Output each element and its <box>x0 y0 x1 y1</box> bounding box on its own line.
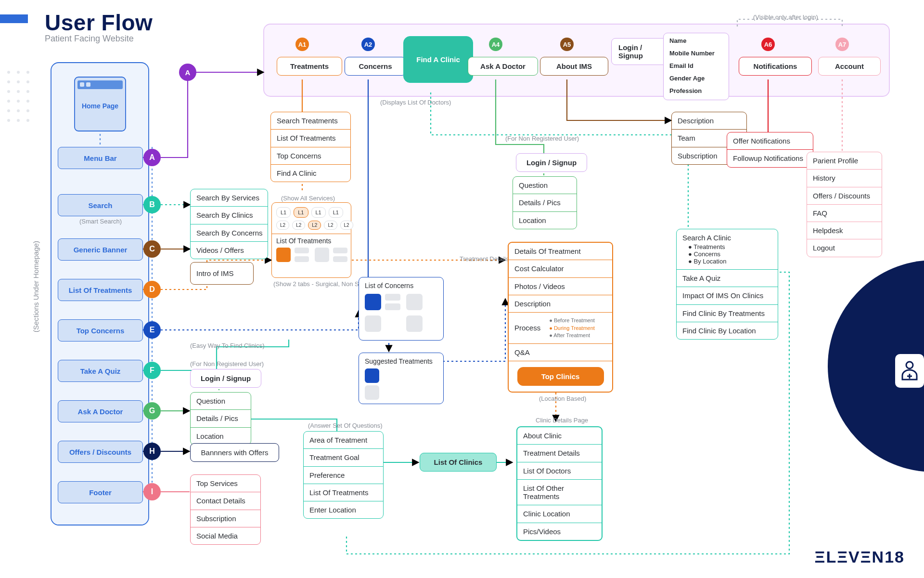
td-cost[interactable]: Cost Calculator <box>509 260 612 277</box>
services-thumb-active <box>276 248 291 262</box>
hp-item-top-concerns[interactable]: Top Concerns <box>58 319 143 342</box>
acct-history[interactable]: History <box>807 169 882 186</box>
q-list[interactable]: List Of Treatments <box>304 484 383 501</box>
search-by-box: Search By Services Search By Clinics Sea… <box>190 189 268 259</box>
top-menu-notifications[interactable]: Notifications <box>739 57 812 76</box>
ask-item-question-top[interactable]: Question <box>513 177 577 194</box>
cd-location[interactable]: Clinic Location <box>517 505 602 522</box>
q-location[interactable]: Enter Location <box>304 501 383 518</box>
acct-offers[interactable]: Offers / Discounts <box>807 187 882 204</box>
acct-helpdesk[interactable]: Helpdesk <box>807 222 882 239</box>
acct-profile[interactable]: Parient Profile <box>807 152 882 169</box>
footer-top-services[interactable]: Top Services <box>191 475 260 492</box>
q-goal[interactable]: Treatment Goal <box>304 448 383 466</box>
hp-item-menu-bar[interactable]: Menu Bar <box>58 147 143 169</box>
hp-item-list-treatments[interactable]: List Of Treatments <box>58 279 143 301</box>
svg-point-44 <box>26 119 29 122</box>
svg-rect-0 <box>0 14 28 23</box>
footer-social[interactable]: Social Media <box>191 527 260 544</box>
acct-logout[interactable]: Logout <box>807 239 882 256</box>
top-menu-account[interactable]: Account <box>818 57 881 76</box>
hp-item-offers[interactable]: Offers / Discounts <box>58 441 143 463</box>
svg-point-41 <box>26 109 29 112</box>
svg-point-9 <box>179 64 196 81</box>
footer-contact[interactable]: Contact Details <box>191 492 260 509</box>
svg-rect-5 <box>80 82 84 87</box>
hp-item-ask-doctor[interactable]: Ask A Doctor <box>58 400 143 422</box>
sac-bullets: ● Treatments ● Concerns ● By Location <box>677 244 778 269</box>
ask-item-location-top[interactable]: Location <box>513 211 577 229</box>
td-desc[interactable]: Description <box>509 295 612 312</box>
login-signup-small-a4[interactable]: Login / Signup <box>516 153 587 172</box>
ask-item-details-top[interactable]: Details / Pics <box>513 194 577 211</box>
patient-icon-badge[interactable] <box>895 354 924 388</box>
svg-text:A: A <box>185 68 191 77</box>
svg-point-46 <box>906 362 913 368</box>
questions-panel: Area of Treatment Treatment Goal Prefere… <box>303 431 384 519</box>
services-skel-2 <box>295 256 309 262</box>
svg-point-29 <box>26 71 29 74</box>
cd-pics[interactable]: Pics/Videos <box>517 523 602 540</box>
td-details[interactable]: Details Of Treatment <box>509 243 612 260</box>
sac-find-treat[interactable]: Find Clinic By Treatments <box>677 304 778 322</box>
svg-point-37 <box>17 100 20 103</box>
intro-ims-box: Intro of IMS <box>190 262 254 285</box>
code-circle-A: A <box>143 149 161 166</box>
ask-item-details[interactable]: Details / Pics <box>191 409 251 427</box>
top-menu-about-ims[interactable]: About IMS <box>540 57 608 76</box>
sac-take-quiz[interactable]: Take A Quiz <box>677 269 778 287</box>
notif-offer[interactable]: Offer Notifications <box>727 132 813 149</box>
svg-point-32 <box>26 80 29 83</box>
cd-doctors[interactable]: List Of Doctors <box>517 462 602 479</box>
banners-offers-box: Bannners with Offers <box>190 443 279 462</box>
hp-item-search[interactable]: Search <box>58 194 143 216</box>
td-step-after: ● After Treatment <box>549 332 595 339</box>
hp-item-footer[interactable]: Footer <box>58 481 143 503</box>
sac-find-loc[interactable]: Find Clinic By Location <box>677 322 778 339</box>
svg-rect-6 <box>86 82 90 87</box>
code-circle-I: I <box>143 483 161 500</box>
clinic-details-note: Clinic Details Page <box>536 417 588 424</box>
td-photos[interactable]: Photos / Videos <box>509 277 612 295</box>
list-of-clinics-chip[interactable]: List Of Clinics <box>420 453 497 472</box>
code-circle-C: C <box>143 240 161 258</box>
hp-item-generic-banner[interactable]: Generic Banner <box>58 238 143 261</box>
cd-treat[interactable]: Treatment Details <box>517 444 602 461</box>
hp-item-take-quiz[interactable]: Take A Quiz <box>58 360 143 382</box>
td-top-clinics-btn[interactable]: Top Clinics <box>517 367 604 386</box>
search-by-services[interactable]: Search By Services <box>191 189 268 206</box>
login-signup-quiz[interactable]: Login / Signup <box>190 369 261 388</box>
treatments-search[interactable]: Search Treatments <box>271 112 350 129</box>
footer-subs[interactable]: Subscription <box>191 510 260 527</box>
top-menu-treatments[interactable]: Treatments <box>277 57 342 76</box>
cd-other-treat[interactable]: List Of Other Treatments <box>517 479 602 505</box>
q-pref[interactable]: Preference <box>304 466 383 484</box>
smart-search-note: (Smart Search) <box>79 218 122 225</box>
about-desc[interactable]: Description <box>672 112 746 129</box>
notif-followup[interactable]: Followup Notifications <box>727 149 813 167</box>
search-by-videos[interactable]: Videos / Offers <box>191 241 268 259</box>
brand-logo: ΞLΞVΞN18 <box>815 548 905 566</box>
svg-point-34 <box>17 90 20 93</box>
treatments-list[interactable]: List Of Treatments <box>271 129 350 146</box>
q-area[interactable]: Area of Treatment <box>304 432 383 448</box>
top-menu-ask-doctor[interactable]: Ask A Doctor <box>468 57 538 76</box>
homepage-card-label: Home Page <box>75 102 126 110</box>
treatments-find-clinic[interactable]: Find A Clinic <box>271 164 350 182</box>
search-by-clinics[interactable]: Search By Clinics <box>191 206 268 223</box>
cd-about[interactable]: About Clinic <box>517 427 602 444</box>
code-circle-A6: A6 <box>761 38 775 51</box>
top-menu-find-clinic[interactable]: Find A Clinic <box>403 36 473 83</box>
treatments-top-concerns[interactable]: Top Concerns <box>271 147 350 164</box>
ask-doctor-items: Question Details / Pics Location <box>190 392 251 445</box>
chip-l2-2: L2 <box>292 221 305 230</box>
top-menu-concerns[interactable]: Concerns <box>345 57 406 76</box>
clinic-details-panel: About Clinic Treatment Details List Of D… <box>516 426 603 541</box>
td-qa[interactable]: Q&A <box>509 343 612 361</box>
svg-point-33 <box>7 90 10 93</box>
acct-faq[interactable]: FAQ <box>807 204 882 222</box>
search-by-concerns[interactable]: Search By Concerns <box>191 224 268 241</box>
ask-item-question[interactable]: Question <box>191 393 251 409</box>
sac-impact[interactable]: Impact Of IMS On Clinics <box>677 287 778 304</box>
ask-item-location[interactable]: Location <box>191 427 251 445</box>
